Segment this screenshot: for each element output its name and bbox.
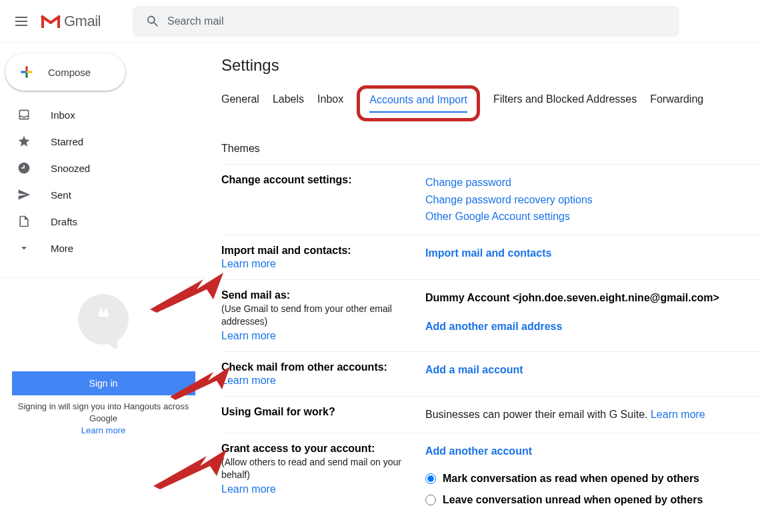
hangouts-help-text: Signing in will sign you into Hangouts a… xyxy=(11,401,196,425)
hangouts-icon: ❝ xyxy=(78,294,129,345)
sidebar-item-label: Starred xyxy=(51,136,83,147)
tab-labels[interactable]: Labels xyxy=(273,85,304,121)
grant-learn-more-link[interactable]: Learn more xyxy=(221,483,276,495)
section-title: Check mail from other accounts: xyxy=(221,361,412,373)
section-title: Send mail as: xyxy=(221,289,412,301)
svg-marker-5 xyxy=(150,273,223,313)
section-grant-access: Grant access to your account: (Allow oth… xyxy=(221,433,760,522)
sidebar-item-inbox[interactable]: Inbox xyxy=(0,101,201,128)
hamburger-icon xyxy=(15,21,27,22)
search-icon xyxy=(145,14,160,29)
leave-unread-label: Leave conversation unread when opened by… xyxy=(443,491,703,509)
hangouts-learn-more-link[interactable]: Learn more xyxy=(81,425,125,435)
svg-rect-3 xyxy=(21,71,26,73)
sidebar-item-label: Drafts xyxy=(51,216,77,227)
other-settings-link[interactable]: Other Google Account settings xyxy=(425,211,570,222)
gmail-text: Gmail xyxy=(64,13,101,30)
section-import-mail: Import mail and contacts: Learn more Imp… xyxy=(221,235,760,280)
sidebar-item-drafts[interactable]: Drafts xyxy=(0,208,201,235)
sent-icon xyxy=(17,188,31,201)
svg-rect-4 xyxy=(27,71,33,73)
section-title: Import mail and contacts: xyxy=(221,245,412,257)
tab-inbox[interactable]: Inbox xyxy=(317,85,343,121)
sidebar-item-sent[interactable]: Sent xyxy=(0,181,201,208)
tab-accounts-and-import[interactable]: Accounts and Import xyxy=(369,91,467,113)
change-recovery-link[interactable]: Change password recovery options xyxy=(425,194,593,205)
draft-icon xyxy=(17,215,31,228)
search-input[interactable] xyxy=(167,15,674,27)
sidebar-item-more[interactable]: More xyxy=(0,235,201,261)
send-as-account: Dummy Account <john.doe.seven.eight.nine… xyxy=(425,289,760,307)
compose-label: Compose xyxy=(48,67,91,78)
search-button[interactable] xyxy=(138,7,167,36)
section-change-account: Change account settings: Change password… xyxy=(221,165,760,235)
svg-marker-7 xyxy=(153,449,227,489)
sidebar-item-label: More xyxy=(51,243,73,254)
change-password-link[interactable]: Change password xyxy=(425,177,511,188)
svg-marker-6 xyxy=(170,367,230,400)
highlight-annotation: Accounts and Import xyxy=(357,85,480,121)
annotation-arrow-icon xyxy=(170,367,230,400)
sidebar-item-label: Inbox xyxy=(51,109,75,121)
svg-rect-2 xyxy=(25,73,27,78)
tab-forwarding[interactable]: Forwarding xyxy=(650,85,703,121)
star-icon xyxy=(17,135,31,148)
import-learn-more-link[interactable]: Learn more xyxy=(221,258,276,270)
add-another-account-link[interactable]: Add another account xyxy=(425,445,532,457)
sidebar-item-label: Snoozed xyxy=(51,163,90,174)
search-bar[interactable] xyxy=(133,6,679,37)
section-subtitle: (Use Gmail to send from your other email… xyxy=(221,303,412,329)
svg-rect-1 xyxy=(25,66,27,71)
work-text: Businesses can power their email with G … xyxy=(425,409,651,420)
hangouts-signin-button[interactable]: Sign in xyxy=(12,371,195,395)
tab-themes[interactable]: Themes xyxy=(221,135,760,164)
plus-icon xyxy=(17,63,36,81)
mark-read-radio[interactable] xyxy=(425,473,436,484)
section-title: Using Gmail for work? xyxy=(221,406,412,418)
section-subtitle: (Allow others to read and send mail on y… xyxy=(221,456,412,482)
sidebar-item-starred[interactable]: Starred xyxy=(0,128,201,155)
add-email-address-link[interactable]: Add another email address xyxy=(425,321,562,332)
chevron-down-icon xyxy=(17,241,31,255)
main-content: Settings General Labels Inbox Accounts a… xyxy=(207,43,760,532)
sidebar-item-snoozed[interactable]: Snoozed xyxy=(0,155,201,181)
settings-tabs: General Labels Inbox Accounts and Import… xyxy=(221,85,760,165)
main-menu-button[interactable] xyxy=(5,5,37,37)
sidebar-item-label: Sent xyxy=(51,189,71,201)
section-work: Using Gmail for work? Businesses can pow… xyxy=(221,397,760,433)
annotation-arrow-icon xyxy=(153,449,227,489)
gmail-envelope-icon xyxy=(40,13,61,29)
page-title: Settings xyxy=(221,56,760,75)
section-check-mail: Check mail from other accounts: Learn mo… xyxy=(221,352,760,397)
tab-general[interactable]: General xyxy=(221,85,259,121)
section-title: Grant access to your account: xyxy=(221,443,412,455)
add-mail-account-link[interactable]: Add a mail account xyxy=(425,364,523,375)
work-learn-more-link[interactable]: Learn more xyxy=(651,409,705,420)
gmail-logo[interactable]: Gmail xyxy=(40,13,101,30)
header: Gmail xyxy=(0,0,760,43)
tab-filters[interactable]: Filters and Blocked Addresses xyxy=(493,85,637,121)
compose-button[interactable]: Compose xyxy=(5,53,125,91)
clock-icon xyxy=(17,161,31,175)
leave-unread-radio[interactable] xyxy=(425,495,436,505)
section-send-as: Send mail as: (Use Gmail to send from yo… xyxy=(221,280,760,352)
annotation-arrow-icon xyxy=(150,273,223,313)
import-mail-contacts-link[interactable]: Import mail and contacts xyxy=(425,247,551,259)
section-title: Change account settings: xyxy=(221,174,412,186)
inbox-icon xyxy=(17,108,31,121)
mark-read-label: Mark conversation as read when opened by… xyxy=(443,470,699,487)
send-as-learn-more-link[interactable]: Learn more xyxy=(221,330,276,342)
